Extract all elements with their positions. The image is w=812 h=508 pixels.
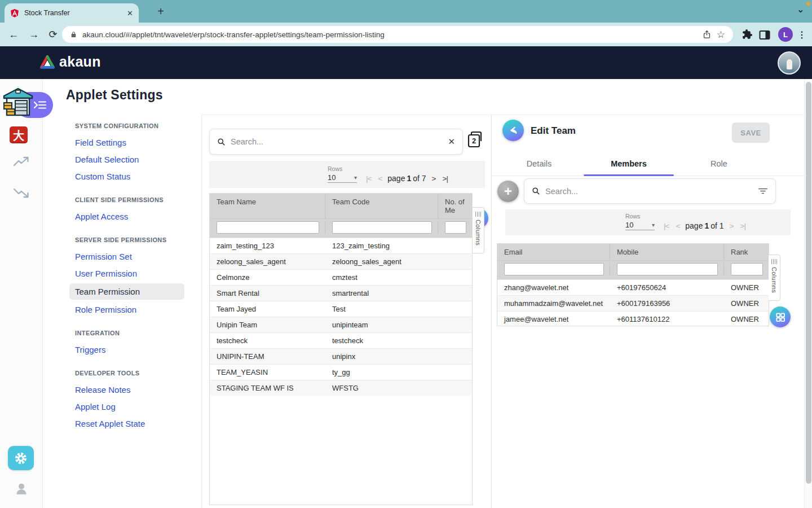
- new-tab-button[interactable]: +: [153, 4, 168, 19]
- table-row[interactable]: zaim_testing_123123_zaim_testing: [210, 238, 472, 253]
- section-heading: SERVER SIDE PERMISSIONS: [75, 237, 191, 243]
- table-row[interactable]: Unipin Teamunipinteam: [210, 317, 472, 332]
- tab-role[interactable]: Role: [685, 151, 753, 176]
- table-row[interactable]: Team JayedTest: [210, 301, 472, 317]
- forward-icon[interactable]: →: [27, 28, 41, 41]
- last-page-button[interactable]: >|: [740, 222, 745, 230]
- column-header[interactable]: Team Code: [325, 194, 438, 218]
- filter-rank-input[interactable]: [731, 263, 763, 275]
- drag-grip-icon: [771, 259, 778, 264]
- team-search-input[interactable]: [231, 137, 443, 146]
- rows-per-page-select[interactable]: 10 ▾: [328, 173, 357, 183]
- columns-tab-label: Columns: [771, 267, 778, 293]
- last-page-button[interactable]: >|: [443, 174, 448, 183]
- column-header[interactable]: Mobile: [610, 244, 724, 260]
- back-icon[interactable]: ←: [7, 28, 20, 41]
- columns-drawer-tab[interactable]: Columns: [473, 207, 484, 253]
- table-row[interactable]: TEAM_YEASINty_gg: [210, 364, 472, 380]
- settings-sidenav: SYSTEM CONFIGURATION Field Settings Defa…: [75, 120, 191, 436]
- first-page-button[interactable]: |<: [366, 174, 371, 183]
- prev-page-button[interactable]: <: [378, 174, 382, 183]
- team-table: Team Name Team Code No. of Me zaim_testi…: [209, 193, 473, 505]
- share-icon[interactable]: [702, 29, 712, 40]
- table-row[interactable]: jamee@wavelet.net +601137610122 OWNER: [497, 311, 769, 327]
- sidebar-item-applet-access[interactable]: Applet Access: [75, 212, 191, 221]
- bookmark-star-icon[interactable]: ☆: [717, 29, 725, 41]
- table-row[interactable]: muhammadzaim@wavelet.net +600179163956 O…: [497, 295, 769, 311]
- sidebar-item-role-permission[interactable]: Role Permission: [75, 305, 191, 314]
- clear-search-icon[interactable]: ✕: [448, 137, 455, 147]
- settings-gear-button[interactable]: [8, 446, 34, 470]
- side-panel-icon[interactable]: [758, 28, 771, 42]
- close-tab-icon[interactable]: ✕: [127, 9, 133, 17]
- table-row[interactable]: Smart Rentalsmartrental: [210, 285, 472, 301]
- table-row[interactable]: UNIPIN-TEAMunipinx: [210, 348, 472, 364]
- red-app-icon[interactable]: 大: [10, 126, 28, 143]
- browser-menu-kebab-icon[interactable]: ⋮: [795, 28, 809, 41]
- trending-up-icon[interactable]: [13, 156, 30, 168]
- akaun-logo[interactable]: akaun: [39, 54, 101, 70]
- add-member-button[interactable]: +: [497, 181, 519, 202]
- filter-icon[interactable]: [758, 187, 768, 195]
- panel-title: Edit Team: [531, 125, 576, 137]
- column-header[interactable]: No. of Me: [438, 194, 472, 218]
- sidebar-item-field-settings[interactable]: Field Settings: [75, 138, 191, 147]
- sidebar-item-custom-status[interactable]: Custom Status: [75, 172, 191, 181]
- browser-window: Stock Transfer ✕ + ⌄ ← → ⟳ akaun.cloud/#…: [0, 0, 812, 508]
- drag-grip-icon: [475, 212, 482, 217]
- sidebar-item-applet-log[interactable]: Applet Log: [75, 402, 191, 411]
- warehouse-applet-icon[interactable]: [2, 85, 34, 119]
- browser-profile-avatar[interactable]: L: [778, 27, 793, 42]
- team-permission-listing-panel: ✕ 2 Rows 10 ▾ |< <: [201, 115, 491, 508]
- filter-mobile-input[interactable]: [617, 263, 718, 275]
- extensions-puzzle-icon[interactable]: [740, 28, 753, 42]
- brand-name: akaun: [59, 54, 101, 70]
- user-avatar[interactable]: [778, 51, 801, 75]
- tab-search-chevron-icon[interactable]: ⌄: [797, 5, 804, 15]
- column-header[interactable]: Email: [497, 244, 610, 260]
- rows-label: Rows: [328, 165, 357, 172]
- sidebar-item-permission-set[interactable]: Permission Set: [75, 252, 191, 261]
- team-table-header: Team Name Team Code No. of Me: [210, 194, 472, 218]
- save-button[interactable]: SAVE: [732, 122, 770, 143]
- sidebar-item-user-permission[interactable]: User Permission: [75, 269, 191, 278]
- table-row[interactable]: STAGING TEAM WF ISWFSTG: [210, 380, 472, 396]
- column-header[interactable]: Team Name: [210, 194, 325, 218]
- filter-team-code-input[interactable]: [332, 221, 432, 234]
- browser-tab[interactable]: Stock Transfer ✕: [5, 3, 139, 23]
- page-scrollbar[interactable]: [804, 79, 812, 508]
- sidebar-item-team-permission[interactable]: Team Permission: [69, 283, 184, 300]
- column-header[interactable]: Rank: [724, 244, 769, 260]
- next-page-button[interactable]: >: [432, 174, 436, 183]
- sidebar-item-release-notes[interactable]: Release Notes: [75, 385, 191, 395]
- first-page-button[interactable]: |<: [664, 222, 669, 230]
- trending-down-icon[interactable]: [13, 186, 30, 199]
- rows-per-page-select[interactable]: 10 ▾: [625, 221, 655, 230]
- member-search-input[interactable]: [545, 187, 753, 196]
- account-person-icon[interactable]: [14, 481, 29, 496]
- address-bar[interactable]: akaun.cloud/#/applet/tnt/wavelet/erp/sto…: [62, 26, 733, 43]
- tab-details[interactable]: Details: [505, 151, 573, 176]
- collapse-menu-icon: [33, 99, 47, 111]
- members-table-filter-row: [497, 260, 769, 279]
- multiline-toggle-icon[interactable]: 2: [467, 131, 483, 149]
- next-page-button[interactable]: >: [730, 222, 734, 230]
- sidebar-item-default-selection[interactable]: Default Selection: [75, 155, 191, 164]
- sidebar-item-triggers[interactable]: Triggers: [75, 345, 191, 354]
- filter-team-name-input[interactable]: [217, 221, 319, 234]
- scrollbar-thumb[interactable]: [806, 82, 811, 484]
- tab-members[interactable]: Members: [584, 151, 674, 176]
- filter-email-input[interactable]: [504, 263, 604, 275]
- table-row[interactable]: Celmonzecmztest: [210, 269, 472, 285]
- grid-view-button[interactable]: [770, 306, 791, 327]
- table-row[interactable]: zhang@wavelet.net +60197650624 OWNER: [497, 279, 769, 295]
- sidebar-item-reset-applet-state[interactable]: Reset Applet State: [75, 419, 191, 428]
- filter-members-input[interactable]: [445, 221, 466, 234]
- reload-icon[interactable]: ⟳: [46, 28, 60, 41]
- columns-drawer-tab[interactable]: Columns: [769, 255, 780, 301]
- prev-page-button[interactable]: <: [676, 222, 679, 230]
- table-row[interactable]: zeloong_sales_agentzeloong_sales_agent: [210, 253, 472, 269]
- back-button[interactable]: [502, 120, 524, 141]
- table-row[interactable]: testchecktestcheck: [210, 332, 472, 348]
- columns-tab-label: Columns: [475, 220, 482, 246]
